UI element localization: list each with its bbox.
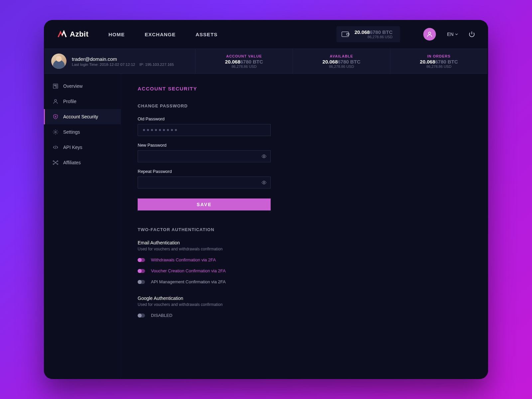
old-password-label: Old Password	[138, 116, 471, 121]
logo-mark-icon	[57, 29, 68, 40]
svg-point-8	[55, 131, 57, 133]
sidebar-item-api-keys[interactable]: API Keys	[44, 140, 121, 155]
toggle-google-auth[interactable]	[138, 314, 145, 318]
stat-available: AVAILABLE 20.0686780 BTC 86,278.86 USD	[293, 49, 390, 73]
toggle-row-api: API Management Confirmation via 2FA	[138, 279, 471, 284]
main-nav: HOME EXCHANGE ASSETS	[108, 32, 217, 37]
sidebar-item-settings[interactable]: Settings	[44, 124, 121, 140]
svg-point-15	[263, 182, 265, 183]
stat-in-orders: IN ORDERS 20.0686780 BTC 86,278.86 USD	[390, 49, 487, 73]
svg-point-2	[428, 32, 431, 34]
sidebar-item-affiliates[interactable]: Affiliates	[44, 155, 121, 170]
eye-icon[interactable]	[261, 154, 267, 159]
nav-assets[interactable]: ASSETS	[196, 32, 217, 37]
overview-icon	[53, 83, 59, 89]
stat-label: AVAILABLE	[330, 54, 353, 58]
wallet-icon	[341, 31, 350, 38]
email-auth-title: Email Authentication	[138, 240, 471, 245]
save-button[interactable]: SAVE	[138, 199, 271, 210]
user-cell: trader@domain.com Last login Time: 2018-…	[45, 49, 196, 73]
sidebar-item-security[interactable]: Account Security	[44, 109, 121, 124]
email-auth-subtitle: Used for vouchers and withdrawals confir…	[138, 247, 471, 251]
sidebar-item-label: Settings	[63, 129, 80, 135]
toggle-row-withdrawals: Withdrawals Confirmation via 2FA	[138, 257, 471, 262]
user-avatar	[51, 54, 66, 69]
sidebar-item-label: API Keys	[63, 145, 82, 150]
profile-icon	[53, 98, 59, 104]
svg-point-10	[53, 161, 54, 162]
header-balance[interactable]: 20.0686780 BTC 86,278.86 USD	[336, 26, 400, 43]
code-icon	[53, 144, 59, 150]
sidebar-item-label: Profile	[63, 99, 76, 104]
two-factor-heading: TWO-FACTOR AUTHENTICATION	[138, 227, 471, 232]
svg-rect-1	[347, 33, 349, 35]
brand-name: Azbit	[70, 30, 88, 39]
toggle-row-google-auth: DISABLED	[138, 313, 471, 318]
password-mask-dots	[143, 129, 177, 131]
svg-point-11	[57, 161, 58, 162]
stat-label: IN ORDERS	[427, 54, 451, 58]
header: Azbit HOME EXCHANGE ASSETS 20.0686780 BT…	[44, 20, 488, 49]
repeat-password-label: Repeat Password	[138, 169, 471, 174]
eye-icon[interactable]	[261, 180, 267, 185]
page-title: ACCOUNT SECURITY	[138, 86, 471, 91]
google-auth-subtitle: Used for vouchers and withdrawals confir…	[138, 302, 471, 307]
power-icon[interactable]	[468, 31, 475, 38]
chevron-down-icon	[455, 33, 458, 36]
svg-point-14	[263, 156, 265, 157]
language-selector[interactable]: EN	[447, 32, 458, 37]
header-balance-usd: 86,278.86 USD	[354, 35, 392, 39]
svg-rect-3	[53, 84, 58, 88]
account-summary-bar: trader@domain.com Last login Time: 2018-…	[45, 49, 487, 74]
profile-avatar-button[interactable]	[423, 28, 436, 41]
stat-label: ACCOUNT VALUE	[226, 54, 262, 58]
toggle-voucher-label: Voucher Creation Confirmation via 2FA	[151, 268, 226, 273]
sidebar-item-label: Account Security	[63, 114, 98, 119]
google-auth-title: Google Authentication	[138, 296, 471, 301]
toggle-withdrawals[interactable]	[138, 258, 145, 262]
brand-logo[interactable]: Azbit	[57, 29, 88, 40]
svg-point-7	[55, 116, 56, 117]
toggle-voucher[interactable]	[138, 269, 145, 273]
svg-point-13	[57, 164, 58, 165]
nav-exchange[interactable]: EXCHANGE	[145, 32, 176, 37]
repeat-password-input[interactable]	[138, 177, 271, 189]
stat-btc: 20.0686780 BTC	[225, 59, 263, 65]
sidebar-item-profile[interactable]: Profile	[44, 94, 121, 109]
app-window: Azbit HOME EXCHANGE ASSETS 20.0686780 BT…	[44, 20, 488, 379]
svg-rect-0	[342, 32, 348, 37]
stat-usd: 86,278.86 USD	[231, 65, 256, 68]
stat-btc: 20.0686780 BTC	[420, 59, 458, 65]
toggle-api[interactable]	[138, 280, 145, 284]
shield-icon	[53, 114, 59, 120]
toggle-row-voucher: Voucher Creation Confirmation via 2FA	[138, 268, 471, 273]
field-new-password: New Password	[138, 143, 471, 162]
change-password-heading: CHANGE PASSWORD	[138, 103, 471, 108]
header-balance-btc: 20.0686780 BTC	[354, 30, 392, 35]
new-password-input[interactable]	[138, 150, 271, 162]
new-password-label: New Password	[138, 143, 471, 148]
nav-home[interactable]: HOME	[108, 32, 125, 37]
body: Overview Profile Account Security Settin…	[44, 74, 488, 379]
svg-point-6	[55, 99, 57, 101]
svg-point-12	[53, 164, 54, 165]
language-label: EN	[447, 32, 454, 37]
user-email: trader@domain.com	[72, 56, 174, 62]
google-auth-status: DISABLED	[151, 313, 172, 318]
user-icon	[426, 31, 433, 38]
sidebar: Overview Profile Account Security Settin…	[44, 74, 121, 379]
sidebar-item-label: Overview	[63, 83, 82, 89]
main-content: ACCOUNT SECURITY CHANGE PASSWORD Old Pas…	[121, 74, 488, 379]
toggle-withdrawals-label: Withdrawals Confirmation via 2FA	[151, 257, 216, 262]
sidebar-item-overview[interactable]: Overview	[44, 78, 121, 94]
user-meta: Last login Time: 2018-12-02 07:12:12 IP:…	[72, 63, 174, 66]
svg-rect-5	[56, 85, 57, 87]
field-old-password: Old Password	[138, 116, 471, 136]
gear-icon	[53, 129, 59, 135]
sidebar-item-label: Affiliates	[63, 160, 81, 165]
stat-usd: 86,278.86 USD	[426, 65, 451, 68]
stat-usd: 86,278.86 USD	[329, 65, 354, 68]
stat-account-value: ACCOUNT VALUE 20.0686780 BTC 86,278.86 U…	[196, 49, 293, 73]
svg-rect-4	[54, 85, 55, 86]
field-repeat-password: Repeat Password	[138, 169, 471, 189]
